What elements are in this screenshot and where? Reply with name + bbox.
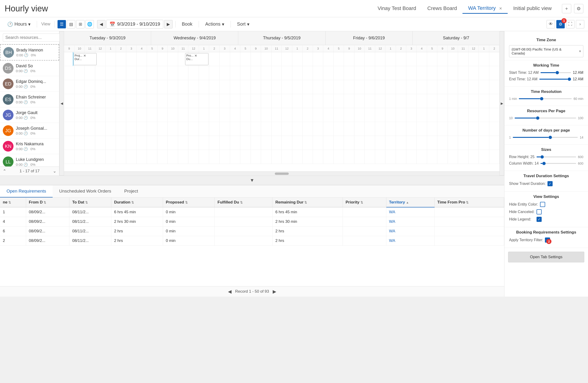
grid-cell[interactable] (292, 150, 303, 164)
grid-cell[interactable] (230, 66, 241, 80)
grid-cell[interactable] (189, 136, 199, 150)
grid-cell[interactable] (313, 108, 323, 122)
grid-cell[interactable] (272, 94, 282, 108)
grid-cell[interactable] (105, 122, 116, 136)
table-column-header[interactable]: From D⇅ (26, 198, 69, 207)
grid-cell[interactable] (85, 66, 95, 80)
grid-cell[interactable] (292, 66, 303, 80)
panel-resize-handle[interactable]: ▼ (0, 176, 504, 185)
grid-cell[interactable] (365, 66, 375, 80)
grid-cell[interactable] (199, 66, 209, 80)
grid-cell[interactable] (105, 136, 116, 150)
table-column-header[interactable]: To Dat⇅ (69, 198, 111, 207)
grid-cell[interactable] (240, 108, 251, 122)
grid-cell[interactable] (417, 122, 427, 136)
grid-cell[interactable] (240, 52, 251, 66)
tab-vinay-test-board[interactable]: Vinay Test Board (372, 3, 422, 14)
grid-cell[interactable] (261, 52, 272, 66)
grid-cell[interactable] (489, 136, 500, 150)
grid-cell[interactable] (292, 136, 303, 150)
grid-cell[interactable] (282, 108, 292, 122)
grid-cell[interactable] (344, 80, 355, 94)
grid-cell[interactable] (302, 66, 313, 80)
table-column-header[interactable]: Territory▲ (386, 198, 434, 207)
grid-cell[interactable] (75, 136, 85, 150)
grid-cell[interactable] (209, 80, 220, 94)
grid-cell[interactable] (137, 122, 147, 136)
grid-cell[interactable] (302, 136, 313, 150)
grid-cell[interactable] (261, 150, 272, 164)
grid-cell[interactable] (168, 150, 178, 164)
resource-item[interactable]: JG Joseph Gonsal... 0:00 🕐 0% (0, 123, 59, 139)
add-tab-button[interactable]: ＋ (562, 4, 571, 13)
grid-cell[interactable] (427, 136, 438, 150)
map-view-button[interactable]: 🌐 (85, 20, 94, 28)
scroll-thumb[interactable] (275, 173, 289, 175)
scroll-right-arrow[interactable]: ▶ (500, 31, 504, 176)
grid-cell[interactable] (396, 136, 406, 150)
grid-cell[interactable] (323, 122, 334, 136)
territory-link[interactable]: WA (389, 210, 395, 214)
bottom-tab[interactable]: Unscheduled Work Orders (53, 185, 118, 198)
grid-cell[interactable] (375, 52, 386, 66)
grid-cell[interactable] (75, 150, 85, 164)
grid-cell[interactable] (458, 66, 468, 80)
grid-cell[interactable] (230, 80, 241, 94)
grid-cell[interactable] (189, 66, 199, 80)
grid-cell[interactable] (189, 108, 199, 122)
grid-cell[interactable] (385, 66, 396, 80)
grid-cell[interactable] (375, 94, 386, 108)
grid-cell[interactable] (147, 94, 157, 108)
grid-cell[interactable] (437, 94, 448, 108)
close-icon[interactable]: ✕ (194, 54, 197, 58)
grid-cell[interactable] (323, 52, 334, 66)
bottom-tab[interactable]: Project (118, 185, 145, 198)
grid-cell[interactable] (489, 94, 500, 108)
grid-cell[interactable] (251, 52, 261, 66)
grid-cell[interactable] (64, 94, 75, 108)
grid-cell[interactable] (64, 66, 75, 80)
table-cell[interactable]: WA (386, 236, 434, 246)
tab-wa-territory[interactable]: WA Territory ✕ (462, 3, 508, 14)
grid-cell[interactable] (75, 66, 85, 80)
grid-cell[interactable] (178, 150, 189, 164)
grid-cell[interactable] (64, 108, 75, 122)
grid-cell[interactable] (468, 108, 479, 122)
grid-cell[interactable] (313, 94, 323, 108)
grid-cell[interactable] (292, 94, 303, 108)
grid-cell[interactable] (137, 80, 147, 94)
grid-cell[interactable] (137, 52, 147, 66)
grid-cell[interactable] (137, 66, 147, 80)
territory-link[interactable]: WA (389, 238, 395, 243)
grid-cell[interactable] (209, 94, 220, 108)
grid-cell[interactable] (396, 94, 406, 108)
grid-cell[interactable] (489, 122, 500, 136)
grid-cell[interactable] (199, 122, 209, 136)
grid-cell[interactable] (126, 150, 137, 164)
grid-cell[interactable] (240, 150, 251, 164)
table-column-header[interactable]: Time From Pro⇅ (434, 198, 504, 207)
settings-tab-button[interactable]: ⚙ (574, 4, 583, 13)
grid-cell[interactable] (240, 66, 251, 80)
grid-cell[interactable] (168, 66, 178, 80)
grid-cell[interactable] (220, 66, 230, 80)
grid-cell[interactable] (302, 80, 313, 94)
grid-cell[interactable] (157, 108, 168, 122)
grid-cell[interactable] (126, 52, 137, 66)
timezone-dropdown[interactable]: (GMT-08:00) Pacific Time (US & Canada) ▾ (509, 45, 583, 57)
grid-cell[interactable] (437, 136, 448, 150)
grid-cell[interactable] (375, 66, 386, 80)
grid-cell[interactable] (406, 150, 417, 164)
grid-cell[interactable] (189, 122, 199, 136)
resource-item[interactable]: JG Jorge Gault 0:00 🕐 0% (0, 107, 59, 123)
grid-cell[interactable] (313, 80, 323, 94)
grid-cell[interactable] (85, 136, 95, 150)
grid-cell[interactable] (230, 136, 241, 150)
row-height-slider[interactable] (537, 157, 576, 157)
grid-cell[interactable] (313, 136, 323, 150)
grid-cell[interactable] (168, 136, 178, 150)
grid-cell[interactable] (157, 66, 168, 80)
close-icon[interactable]: ✕ (499, 6, 502, 10)
grid-cell[interactable] (302, 94, 313, 108)
grid-cell[interactable] (209, 108, 220, 122)
